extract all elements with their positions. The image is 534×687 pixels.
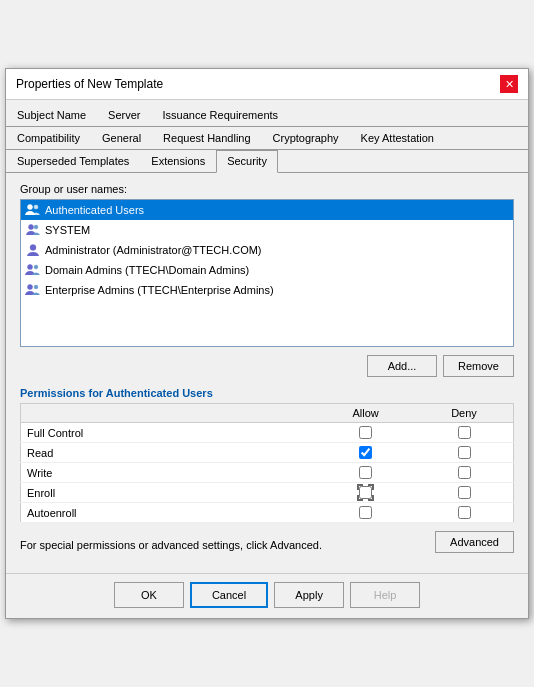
tab-key-attestation[interactable]: Key Attestation [350, 127, 445, 149]
user-name: SYSTEM [45, 224, 90, 236]
close-button[interactable]: ✕ [500, 75, 518, 93]
list-item[interactable]: Domain Admins (TTECH\Domain Admins) [21, 260, 513, 280]
permissions-table: Allow Deny Full Control [20, 403, 514, 523]
advanced-note: For special permissions or advanced sett… [20, 538, 322, 553]
apply-button[interactable]: Apply [274, 582, 344, 608]
svg-point-6 [34, 265, 38, 269]
svg-point-0 [28, 205, 33, 210]
read-allow-checkbox[interactable] [359, 446, 372, 459]
permissions-header: Permissions for Authenticated Users [20, 387, 514, 399]
user-list[interactable]: Authenticated Users SYSTEM Administrator [20, 199, 514, 347]
perm-deny-cell [415, 483, 513, 503]
perm-allow-cell [316, 423, 415, 443]
dialog-title: Properties of New Template [16, 77, 163, 91]
user-name: Authenticated Users [45, 204, 144, 216]
table-row: Write [21, 463, 514, 483]
tab-request-handling[interactable]: Request Handling [152, 127, 261, 149]
tabs-row-1: Subject Name Server Issuance Requirement… [6, 100, 528, 127]
perm-allow-cell [316, 503, 415, 523]
autoenroll-allow-checkbox[interactable] [359, 506, 372, 519]
list-item[interactable]: Authenticated Users [21, 200, 513, 220]
read-deny-checkbox[interactable] [458, 446, 471, 459]
table-row: Full Control [21, 423, 514, 443]
table-row: Enroll [21, 483, 514, 503]
perm-name: Read [21, 443, 317, 463]
list-item[interactable]: Enterprise Admins (TTECH\Enterprise Admi… [21, 280, 513, 300]
svg-point-2 [29, 225, 34, 230]
tab-issuance-requirements[interactable]: Issuance Requirements [152, 104, 290, 126]
perm-allow-cell [316, 443, 415, 463]
bottom-buttons: OK Cancel Apply Help [6, 573, 528, 618]
tabs-row-3: Superseded Templates Extensions Security [6, 150, 528, 173]
perm-name: Autoenroll [21, 503, 317, 523]
write-allow-checkbox[interactable] [359, 466, 372, 479]
perm-name: Enroll [21, 483, 317, 503]
user-name: Administrator (Administrator@TTECH.COM) [45, 244, 262, 256]
svg-point-8 [34, 285, 38, 289]
add-button[interactable]: Add... [367, 355, 437, 377]
svg-point-4 [30, 245, 36, 251]
tab-security[interactable]: Security [216, 150, 278, 173]
perm-allow-cell [316, 463, 415, 483]
list-item[interactable]: SYSTEM [21, 220, 513, 240]
group-icon [25, 262, 41, 278]
user-list-buttons: Add... Remove [20, 355, 514, 377]
svg-point-5 [28, 265, 33, 270]
perm-col-name [21, 404, 317, 423]
user-name: Domain Admins (TTECH\Domain Admins) [45, 264, 249, 276]
user-name: Enterprise Admins (TTECH\Enterprise Admi… [45, 284, 274, 296]
list-item[interactable]: Administrator (Administrator@TTECH.COM) [21, 240, 513, 260]
tab-compatibility[interactable]: Compatibility [6, 127, 91, 149]
title-bar: Properties of New Template ✕ [6, 69, 528, 100]
autoenroll-deny-checkbox[interactable] [458, 506, 471, 519]
perm-deny-cell [415, 463, 513, 483]
system-icon [25, 222, 41, 238]
tab-subject-name[interactable]: Subject Name [6, 104, 97, 126]
perm-name: Write [21, 463, 317, 483]
perm-col-deny: Deny [415, 404, 513, 423]
tab-cryptography[interactable]: Cryptography [262, 127, 350, 149]
table-row: Autoenroll [21, 503, 514, 523]
full-control-deny-checkbox[interactable] [458, 426, 471, 439]
perm-name: Full Control [21, 423, 317, 443]
write-deny-checkbox[interactable] [458, 466, 471, 479]
group-icon [25, 282, 41, 298]
tab-general[interactable]: General [91, 127, 152, 149]
svg-point-1 [34, 205, 38, 209]
svg-point-3 [34, 225, 38, 229]
tab-extensions[interactable]: Extensions [140, 150, 216, 172]
help-button[interactable]: Help [350, 582, 420, 608]
tab-superseded-templates[interactable]: Superseded Templates [6, 150, 140, 172]
perm-deny-cell [415, 423, 513, 443]
advanced-button[interactable]: Advanced [435, 531, 514, 553]
ok-button[interactable]: OK [114, 582, 184, 608]
perm-allow-cell [316, 483, 415, 503]
perm-deny-cell [415, 443, 513, 463]
tabs-row-2: Compatibility General Request Handling C… [6, 127, 528, 150]
perm-deny-cell [415, 503, 513, 523]
svg-point-7 [28, 285, 33, 290]
group-label: Group or user names: [20, 183, 514, 195]
tab-server[interactable]: Server [97, 104, 151, 126]
perm-col-allow: Allow [316, 404, 415, 423]
enroll-deny-checkbox[interactable] [458, 486, 471, 499]
group-icon [25, 202, 41, 218]
content-area: Group or user names: Authenticated Users [6, 173, 528, 573]
enroll-allow-checkbox[interactable] [359, 486, 372, 499]
table-row: Read [21, 443, 514, 463]
cancel-button[interactable]: Cancel [190, 582, 268, 608]
properties-dialog: Properties of New Template ✕ Subject Nam… [5, 68, 529, 619]
remove-button[interactable]: Remove [443, 355, 514, 377]
advanced-section: For special permissions or advanced sett… [20, 531, 514, 553]
user-icon [25, 242, 41, 258]
full-control-allow-checkbox[interactable] [359, 426, 372, 439]
